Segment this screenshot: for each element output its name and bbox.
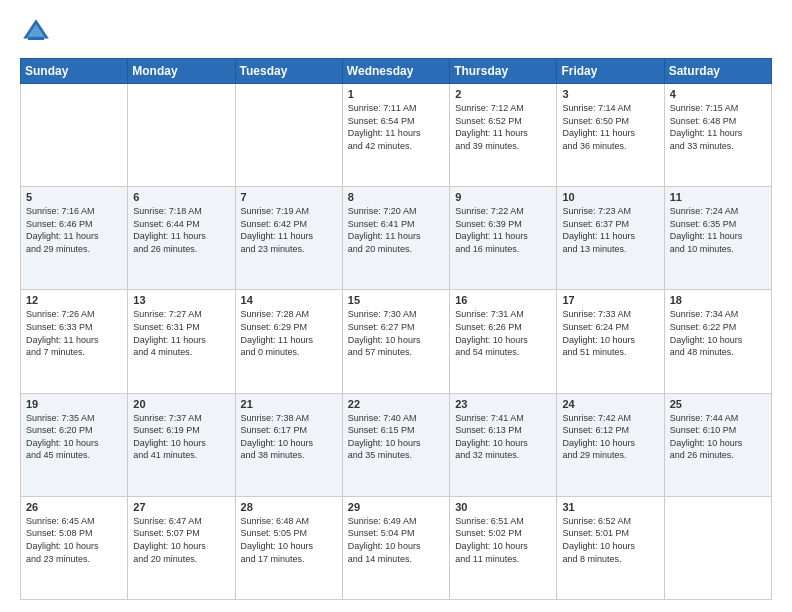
day-number: 24	[562, 398, 658, 410]
day-number: 22	[348, 398, 444, 410]
calendar-cell	[235, 84, 342, 187]
calendar-cell: 7Sunrise: 7:19 AM Sunset: 6:42 PM Daylig…	[235, 187, 342, 290]
day-info: Sunrise: 7:38 AM Sunset: 6:17 PM Dayligh…	[241, 412, 337, 462]
calendar-cell: 24Sunrise: 7:42 AM Sunset: 6:12 PM Dayli…	[557, 393, 664, 496]
logo-icon	[20, 16, 52, 48]
day-number: 18	[670, 294, 766, 306]
calendar-cell: 16Sunrise: 7:31 AM Sunset: 6:26 PM Dayli…	[450, 290, 557, 393]
day-number: 10	[562, 191, 658, 203]
calendar-cell: 5Sunrise: 7:16 AM Sunset: 6:46 PM Daylig…	[21, 187, 128, 290]
day-info: Sunrise: 6:52 AM Sunset: 5:01 PM Dayligh…	[562, 515, 658, 565]
calendar-cell	[21, 84, 128, 187]
day-info: Sunrise: 6:48 AM Sunset: 5:05 PM Dayligh…	[241, 515, 337, 565]
day-number: 28	[241, 501, 337, 513]
calendar-cell: 18Sunrise: 7:34 AM Sunset: 6:22 PM Dayli…	[664, 290, 771, 393]
calendar-cell: 12Sunrise: 7:26 AM Sunset: 6:33 PM Dayli…	[21, 290, 128, 393]
page: SundayMondayTuesdayWednesdayThursdayFrid…	[0, 0, 792, 612]
calendar-cell: 13Sunrise: 7:27 AM Sunset: 6:31 PM Dayli…	[128, 290, 235, 393]
calendar-cell: 2Sunrise: 7:12 AM Sunset: 6:52 PM Daylig…	[450, 84, 557, 187]
day-info: Sunrise: 7:24 AM Sunset: 6:35 PM Dayligh…	[670, 205, 766, 255]
day-number: 5	[26, 191, 122, 203]
weekday-header-monday: Monday	[128, 59, 235, 84]
calendar-cell: 17Sunrise: 7:33 AM Sunset: 6:24 PM Dayli…	[557, 290, 664, 393]
weekday-header-row: SundayMondayTuesdayWednesdayThursdayFrid…	[21, 59, 772, 84]
day-info: Sunrise: 7:26 AM Sunset: 6:33 PM Dayligh…	[26, 308, 122, 358]
calendar-cell: 29Sunrise: 6:49 AM Sunset: 5:04 PM Dayli…	[342, 496, 449, 599]
calendar-cell: 14Sunrise: 7:28 AM Sunset: 6:29 PM Dayli…	[235, 290, 342, 393]
day-info: Sunrise: 7:19 AM Sunset: 6:42 PM Dayligh…	[241, 205, 337, 255]
calendar-cell	[128, 84, 235, 187]
calendar-cell: 4Sunrise: 7:15 AM Sunset: 6:48 PM Daylig…	[664, 84, 771, 187]
day-info: Sunrise: 7:23 AM Sunset: 6:37 PM Dayligh…	[562, 205, 658, 255]
calendar-cell: 22Sunrise: 7:40 AM Sunset: 6:15 PM Dayli…	[342, 393, 449, 496]
day-number: 25	[670, 398, 766, 410]
day-number: 4	[670, 88, 766, 100]
week-row-1: 1Sunrise: 7:11 AM Sunset: 6:54 PM Daylig…	[21, 84, 772, 187]
calendar-cell: 19Sunrise: 7:35 AM Sunset: 6:20 PM Dayli…	[21, 393, 128, 496]
day-info: Sunrise: 7:34 AM Sunset: 6:22 PM Dayligh…	[670, 308, 766, 358]
day-info: Sunrise: 7:22 AM Sunset: 6:39 PM Dayligh…	[455, 205, 551, 255]
week-row-4: 19Sunrise: 7:35 AM Sunset: 6:20 PM Dayli…	[21, 393, 772, 496]
day-info: Sunrise: 7:28 AM Sunset: 6:29 PM Dayligh…	[241, 308, 337, 358]
day-info: Sunrise: 7:37 AM Sunset: 6:19 PM Dayligh…	[133, 412, 229, 462]
day-number: 3	[562, 88, 658, 100]
day-number: 15	[348, 294, 444, 306]
calendar-cell: 8Sunrise: 7:20 AM Sunset: 6:41 PM Daylig…	[342, 187, 449, 290]
weekday-header-friday: Friday	[557, 59, 664, 84]
calendar-cell: 20Sunrise: 7:37 AM Sunset: 6:19 PM Dayli…	[128, 393, 235, 496]
svg-rect-2	[28, 37, 44, 40]
weekday-header-wednesday: Wednesday	[342, 59, 449, 84]
day-number: 8	[348, 191, 444, 203]
calendar-cell: 3Sunrise: 7:14 AM Sunset: 6:50 PM Daylig…	[557, 84, 664, 187]
week-row-2: 5Sunrise: 7:16 AM Sunset: 6:46 PM Daylig…	[21, 187, 772, 290]
calendar-cell: 15Sunrise: 7:30 AM Sunset: 6:27 PM Dayli…	[342, 290, 449, 393]
calendar-cell: 27Sunrise: 6:47 AM Sunset: 5:07 PM Dayli…	[128, 496, 235, 599]
calendar-cell: 1Sunrise: 7:11 AM Sunset: 6:54 PM Daylig…	[342, 84, 449, 187]
day-number: 21	[241, 398, 337, 410]
calendar-cell: 25Sunrise: 7:44 AM Sunset: 6:10 PM Dayli…	[664, 393, 771, 496]
day-info: Sunrise: 7:11 AM Sunset: 6:54 PM Dayligh…	[348, 102, 444, 152]
header	[20, 16, 772, 48]
day-info: Sunrise: 7:35 AM Sunset: 6:20 PM Dayligh…	[26, 412, 122, 462]
day-number: 2	[455, 88, 551, 100]
day-info: Sunrise: 7:30 AM Sunset: 6:27 PM Dayligh…	[348, 308, 444, 358]
calendar-cell: 23Sunrise: 7:41 AM Sunset: 6:13 PM Dayli…	[450, 393, 557, 496]
calendar-cell: 28Sunrise: 6:48 AM Sunset: 5:05 PM Dayli…	[235, 496, 342, 599]
day-info: Sunrise: 7:41 AM Sunset: 6:13 PM Dayligh…	[455, 412, 551, 462]
day-number: 7	[241, 191, 337, 203]
day-number: 11	[670, 191, 766, 203]
day-info: Sunrise: 7:33 AM Sunset: 6:24 PM Dayligh…	[562, 308, 658, 358]
week-row-5: 26Sunrise: 6:45 AM Sunset: 5:08 PM Dayli…	[21, 496, 772, 599]
day-number: 26	[26, 501, 122, 513]
calendar-cell: 10Sunrise: 7:23 AM Sunset: 6:37 PM Dayli…	[557, 187, 664, 290]
day-info: Sunrise: 6:47 AM Sunset: 5:07 PM Dayligh…	[133, 515, 229, 565]
calendar-cell: 31Sunrise: 6:52 AM Sunset: 5:01 PM Dayli…	[557, 496, 664, 599]
day-info: Sunrise: 6:45 AM Sunset: 5:08 PM Dayligh…	[26, 515, 122, 565]
day-number: 30	[455, 501, 551, 513]
day-info: Sunrise: 7:16 AM Sunset: 6:46 PM Dayligh…	[26, 205, 122, 255]
day-info: Sunrise: 7:42 AM Sunset: 6:12 PM Dayligh…	[562, 412, 658, 462]
day-info: Sunrise: 7:31 AM Sunset: 6:26 PM Dayligh…	[455, 308, 551, 358]
day-number: 29	[348, 501, 444, 513]
day-info: Sunrise: 7:27 AM Sunset: 6:31 PM Dayligh…	[133, 308, 229, 358]
weekday-header-tuesday: Tuesday	[235, 59, 342, 84]
calendar-cell: 30Sunrise: 6:51 AM Sunset: 5:02 PM Dayli…	[450, 496, 557, 599]
day-number: 23	[455, 398, 551, 410]
day-info: Sunrise: 7:18 AM Sunset: 6:44 PM Dayligh…	[133, 205, 229, 255]
day-number: 20	[133, 398, 229, 410]
day-number: 13	[133, 294, 229, 306]
day-info: Sunrise: 7:12 AM Sunset: 6:52 PM Dayligh…	[455, 102, 551, 152]
day-number: 6	[133, 191, 229, 203]
day-info: Sunrise: 7:20 AM Sunset: 6:41 PM Dayligh…	[348, 205, 444, 255]
logo	[20, 16, 56, 48]
calendar-cell: 21Sunrise: 7:38 AM Sunset: 6:17 PM Dayli…	[235, 393, 342, 496]
day-number: 12	[26, 294, 122, 306]
calendar-cell: 6Sunrise: 7:18 AM Sunset: 6:44 PM Daylig…	[128, 187, 235, 290]
day-number: 31	[562, 501, 658, 513]
day-number: 16	[455, 294, 551, 306]
day-number: 19	[26, 398, 122, 410]
day-number: 17	[562, 294, 658, 306]
calendar-cell: 26Sunrise: 6:45 AM Sunset: 5:08 PM Dayli…	[21, 496, 128, 599]
weekday-header-thursday: Thursday	[450, 59, 557, 84]
weekday-header-sunday: Sunday	[21, 59, 128, 84]
